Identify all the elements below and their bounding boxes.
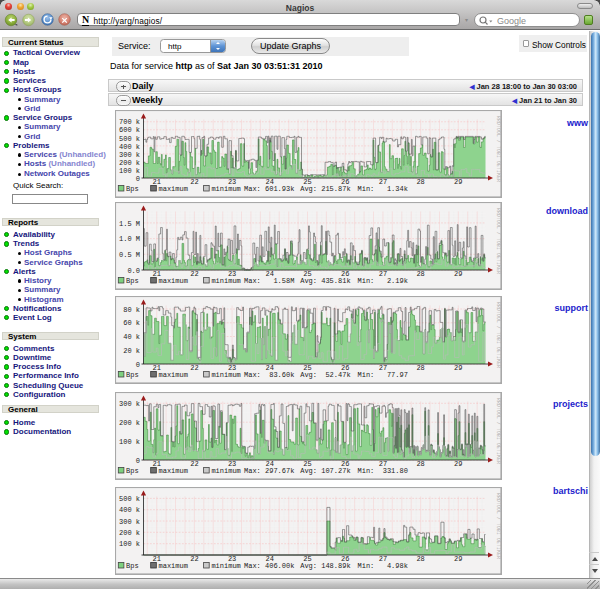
svg-text:Max: 1.58M: Max: 1.58M bbox=[244, 277, 294, 285]
svg-text:22: 22 bbox=[190, 270, 198, 278]
svg-text:0: 0 bbox=[136, 456, 140, 464]
svg-text:Max: 406.00k: Max: 406.00k bbox=[244, 562, 294, 570]
svg-text:RRDTOOL / TOBI OETIKER: RRDTOOL / TOBI OETIKER bbox=[496, 208, 501, 274]
svg-text:20 k: 20 k bbox=[123, 346, 140, 354]
svg-text:Avg: 435.81k: Avg: 435.81k bbox=[300, 277, 350, 285]
svg-text:Avg: 52.47k: Avg: 52.47k bbox=[300, 371, 350, 379]
svg-text:29: 29 bbox=[454, 555, 462, 563]
svg-text:Min: 2.19k: Min: 2.19k bbox=[358, 277, 408, 285]
svg-text:200 k: 200 k bbox=[119, 529, 140, 537]
svg-text:0.0: 0.0 bbox=[127, 267, 140, 275]
svg-text:22: 22 bbox=[190, 178, 198, 186]
svg-text:maximum: maximum bbox=[159, 185, 188, 193]
svg-text:22: 22 bbox=[190, 460, 198, 468]
svg-text:Bps: Bps bbox=[126, 277, 139, 285]
svg-text:29: 29 bbox=[454, 364, 462, 372]
svg-text:100 k: 100 k bbox=[119, 540, 140, 548]
svg-text:RRDTOOL / TOBI OETIKER: RRDTOOL / TOBI OETIKER bbox=[496, 398, 501, 464]
svg-text:Avg: 148.89k: Avg: 148.89k bbox=[300, 562, 350, 570]
svg-text:maximum: maximum bbox=[159, 371, 188, 379]
svg-text:28: 28 bbox=[416, 178, 424, 186]
svg-text:80 k: 80 k bbox=[123, 305, 140, 313]
svg-text:29: 29 bbox=[454, 270, 462, 278]
svg-text:minimum: minimum bbox=[211, 371, 240, 379]
svg-text:Avg: 215.87k: Avg: 215.87k bbox=[300, 185, 350, 193]
svg-text:Bps: Bps bbox=[126, 562, 139, 570]
svg-text:Min: 331.80: Min: 331.80 bbox=[358, 467, 408, 475]
svg-text:200 k: 200 k bbox=[119, 418, 140, 426]
svg-text:600 k: 600 k bbox=[119, 126, 140, 134]
svg-text:Bps: Bps bbox=[126, 185, 139, 193]
svg-text:Min: 77.97: Min: 77.97 bbox=[358, 371, 408, 379]
svg-text:1.0 M: 1.0 M bbox=[119, 235, 140, 243]
svg-text:Max: 601.93k: Max: 601.93k bbox=[244, 185, 294, 193]
svg-text:500 k: 500 k bbox=[119, 495, 140, 503]
svg-text:100 k: 100 k bbox=[119, 437, 140, 445]
svg-text:maximum: maximum bbox=[159, 562, 188, 570]
svg-text:200 k: 200 k bbox=[119, 159, 140, 167]
svg-text:minimum: minimum bbox=[211, 185, 240, 193]
svg-text:29: 29 bbox=[454, 460, 462, 468]
svg-text:300 k: 300 k bbox=[119, 151, 140, 159]
svg-text:500 k: 500 k bbox=[119, 135, 140, 143]
svg-text:28: 28 bbox=[416, 555, 424, 563]
svg-text:RRDTOOL / TOBI OETIKER: RRDTOOL / TOBI OETIKER bbox=[496, 302, 501, 368]
svg-text:0: 0 bbox=[136, 360, 140, 368]
svg-text:300 k: 300 k bbox=[119, 518, 140, 526]
svg-text:RRDTOOL / TOBI OETIKER: RRDTOOL / TOBI OETIKER bbox=[496, 493, 501, 559]
svg-text:100 k: 100 k bbox=[119, 167, 140, 175]
svg-text:RRDTOOL / TOBI OETIKER: RRDTOOL / TOBI OETIKER bbox=[496, 116, 501, 182]
svg-text:Bps: Bps bbox=[126, 467, 139, 475]
svg-text:1.5 M: 1.5 M bbox=[119, 220, 140, 228]
svg-text:300 k: 300 k bbox=[119, 399, 140, 407]
svg-text:0: 0 bbox=[136, 175, 140, 183]
svg-text:minimum: minimum bbox=[211, 562, 240, 570]
svg-text:400 k: 400 k bbox=[119, 143, 140, 151]
svg-text:60 k: 60 k bbox=[123, 319, 140, 327]
svg-text:Max: 83.60k: Max: 83.60k bbox=[244, 371, 294, 379]
svg-text:22: 22 bbox=[190, 364, 198, 372]
svg-text:28: 28 bbox=[416, 460, 424, 468]
svg-text:minimum: minimum bbox=[211, 467, 240, 475]
svg-text:Min: 4.98k: Min: 4.98k bbox=[358, 562, 408, 570]
svg-text:Bps: Bps bbox=[126, 371, 139, 379]
svg-text:Min: 1.34k: Min: 1.34k bbox=[358, 185, 408, 193]
svg-text:28: 28 bbox=[416, 270, 424, 278]
svg-text:0.5 M: 0.5 M bbox=[119, 251, 140, 259]
svg-text:maximum: maximum bbox=[159, 277, 188, 285]
svg-text:minimum: minimum bbox=[211, 277, 240, 285]
svg-text:29: 29 bbox=[454, 178, 462, 186]
svg-text:22: 22 bbox=[190, 555, 198, 563]
svg-text:Avg: 107.27k: Avg: 107.27k bbox=[300, 467, 350, 475]
svg-text:700 k: 700 k bbox=[119, 118, 140, 126]
svg-text:400 k: 400 k bbox=[119, 506, 140, 514]
svg-text:28: 28 bbox=[416, 364, 424, 372]
svg-text:40 k: 40 k bbox=[123, 333, 140, 341]
svg-text:maximum: maximum bbox=[159, 467, 188, 475]
svg-text:Max: 297.67k: Max: 297.67k bbox=[244, 467, 294, 475]
